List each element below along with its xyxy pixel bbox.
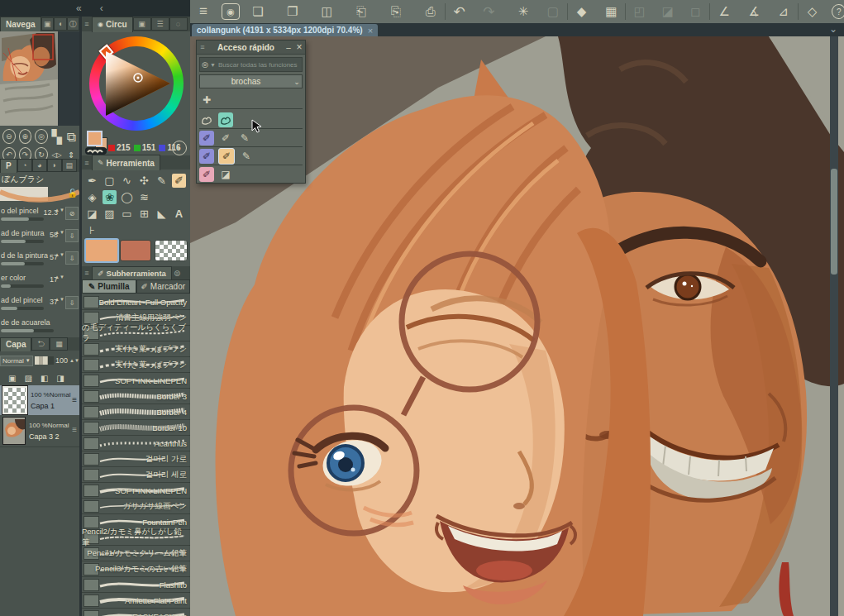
subtool-toggle-icon[interactable]: ⊜ <box>174 269 180 278</box>
collapse-left-icon[interactable]: « <box>76 2 82 14</box>
layer-row-capa-1[interactable]: 100 %Normal Capa 1 ≡ <box>0 385 79 415</box>
new-document-button[interactable]: ❏ <box>246 2 269 21</box>
function-search-input[interactable]: ◎ ▼ Buscar todas las funciones <box>199 57 303 72</box>
brush-tool[interactable]: ✎ <box>155 174 169 188</box>
tab-color-wheel[interactable]: ◉ Circu <box>92 17 133 32</box>
airbrush-tool[interactable]: ≋ <box>137 190 151 204</box>
param-paint-density[interactable]: d de la pintura 57 ▲▼ ⇩ <box>0 250 79 272</box>
param-blend-color[interactable]: er color 17 ▲▼ <box>0 272 79 294</box>
transparent-color-swatch[interactable] <box>155 240 188 261</box>
fill-button[interactable]: ◆ <box>570 2 594 21</box>
lock-icon[interactable]: 🔓 <box>68 189 78 198</box>
lasso-tool[interactable]: ∿ <box>120 174 134 188</box>
subtool-item[interactable]: Bold Lineart~Full Opacity <box>82 294 190 310</box>
subtool-item[interactable]: 実付き葉っぱブラシ <box>82 341 190 357</box>
save-page-icon-1[interactable]: ⎗ <box>350 2 373 21</box>
panel-handle-icon[interactable]: ≡ <box>82 20 92 28</box>
color-panel-tab-icon-2[interactable]: ☰ <box>151 17 169 31</box>
layers-tab-icon-2[interactable]: ▦ <box>50 337 68 351</box>
clip-studio-logo-icon[interactable]: ◉ <box>222 3 240 20</box>
fit-screen-button[interactable]: ◎ <box>35 129 48 144</box>
main-color-swatch[interactable] <box>84 238 119 263</box>
balloon-tool[interactable]: ◯ <box>120 190 134 204</box>
canvas-area[interactable]: ≡ Acceso rápido – × ◎ ▼ Buscar todas las… <box>190 36 844 616</box>
pen-plain-icon-2[interactable]: ✎ <box>237 131 252 146</box>
tool-property-tab-icon-4[interactable]: ▤ <box>62 159 77 172</box>
eraser-tool[interactable]: ◪ <box>85 207 99 221</box>
gradient-tool[interactable]: ▨ <box>103 207 117 221</box>
layers-tab-icon-1[interactable]: ⮌ <box>31 337 50 351</box>
pen-tool-selected[interactable]: ✐ <box>172 174 186 188</box>
subtool-item[interactable]: EASYEASYpen <box>82 609 190 616</box>
subtool-item[interactable]: Pencil2/カモミ鼻がしがし鉛筆 <box>82 530 190 546</box>
tab-layers[interactable]: Capa <box>0 337 31 351</box>
color-panel-tab-icon-1[interactable]: ▣ <box>133 17 151 31</box>
param-side-button[interactable]: ⇩ <box>65 251 79 265</box>
fill-tool[interactable]: ◈ <box>85 190 99 204</box>
zoom-out-button[interactable]: ⊖ <box>2 129 16 144</box>
panel-handle-icon[interactable]: ≡ <box>82 269 92 277</box>
tool-property-tab-icon-3[interactable]: ◗ <box>47 159 62 172</box>
tool-property-tab-icon-2[interactable]: ◕ <box>32 159 47 172</box>
zoom-in-button[interactable]: ⊕ <box>19 129 32 144</box>
param-spinner[interactable]: ▲▼ <box>55 208 64 212</box>
snap-ruler-button-1[interactable]: ∠ <box>713 2 736 21</box>
snap-ruler-button-3[interactable]: ⊿ <box>772 2 795 21</box>
tab-close-icon[interactable]: × <box>368 26 373 36</box>
export-button[interactable]: ⎙ <box>419 2 442 21</box>
sv-triangle[interactable] <box>99 46 174 121</box>
move-tool[interactable]: ✣ <box>137 174 151 188</box>
subtool-item[interactable]: の毛ディティールらくらくブラ <box>82 326 190 341</box>
param-brush-size[interactable]: o del pincel 12.3 ▲▼ ⊘ <box>0 205 79 227</box>
blend-brush-icon[interactable] <box>199 112 214 127</box>
reference-layer-icon[interactable]: ◨ <box>56 374 64 383</box>
navigator-tab-reference-icon[interactable]: ◖ <box>54 17 66 31</box>
layer-menu-icon[interactable]: ≡ <box>72 395 77 404</box>
subtool-item[interactable]: Border 10 <box>82 420 190 436</box>
lock-transparency-icon[interactable]: ▨ <box>24 374 31 383</box>
param-spinner[interactable]: ▲▼ <box>55 253 64 256</box>
navigator-thumbnail[interactable] <box>0 31 79 126</box>
subtool-item[interactable]: 겉머리 세로 <box>82 467 190 483</box>
scrollbar-thumb[interactable] <box>831 169 837 275</box>
subtool-item[interactable]: SOFT INK LINEPEN <box>82 483 190 499</box>
param-brush-density[interactable]: ad del pincel 37 ▲▼ ⇩ <box>0 294 79 317</box>
open-file-button[interactable]: ❐ <box>281 2 304 21</box>
search-chevron-icon[interactable]: ▼ <box>210 62 216 68</box>
color-settings-button[interactable]: ◐ <box>172 141 187 155</box>
frame-tool[interactable]: ▭ <box>120 207 134 221</box>
pen-selected-icon[interactable]: ✐ <box>218 148 235 165</box>
category-dropdown[interactable]: brochas ⌄ <box>199 74 303 88</box>
quick-access-panel[interactable]: ≡ Acceso rápido – × ◎ ▼ Buscar todas las… <box>196 40 306 184</box>
blend-mode-select[interactable]: Normal▼ <box>0 356 33 366</box>
subtool-item[interactable]: 겉머리 가로 <box>82 451 190 467</box>
material-button[interactable]: ◇ <box>801 2 824 21</box>
subtool-item[interactable]: SOFT INK LINEPEN <box>82 373 190 389</box>
frame-border-button[interactable]: ▦ <box>599 2 622 21</box>
tab-navigator[interactable]: Navega <box>0 17 41 32</box>
main-menu-button[interactable]: ≡ <box>192 2 215 21</box>
subtool-item[interactable]: Flashito <box>82 577 190 593</box>
param-spinner[interactable]: ▲▼ <box>55 298 64 301</box>
tab-marcador[interactable]: ✐ Marcador <box>136 279 191 294</box>
quick-access-titlebar[interactable]: ≡ Acceso rápido – × <box>197 41 305 55</box>
snap-ruler-button-2[interactable]: ∡ <box>742 2 765 21</box>
param-paint-amount[interactable]: ad de pintura 58 ▲▼ ⇩ <box>0 227 79 250</box>
tab-tool-property[interactable]: P <box>0 159 17 173</box>
navigator-tab-info-icon[interactable]: ⓘ <box>67 17 79 31</box>
subtool-item[interactable]: Acanthus <box>82 436 190 451</box>
lock-layer-icon[interactable]: ▣ <box>8 374 16 383</box>
collapse-right-icon[interactable]: ‹ <box>100 2 103 14</box>
foreground-color-swatch[interactable] <box>87 131 103 146</box>
subtool-item[interactable]: ガサガサ線画ペン <box>82 499 190 514</box>
sub-color-swatch[interactable] <box>120 240 151 261</box>
document-tab[interactable]: collangunk (4191 x 5334px 1200dpi 70.4%)… <box>192 24 378 36</box>
navigator-tab-image-icon[interactable]: ▣ <box>41 17 54 31</box>
subtool-item[interactable]: 実付き葉っぱブラシ <box>82 357 190 373</box>
opacity-slider[interactable] <box>35 356 54 365</box>
param-side-button[interactable]: ⇩ <box>65 296 79 309</box>
pen-pink-icon[interactable]: ✐ <box>199 167 214 182</box>
tab-plumilla[interactable]: ✎ Plumilla <box>82 279 136 294</box>
tool-property-tab-icon-1[interactable]: ◔ <box>17 159 32 172</box>
subtool-item[interactable]: Border 3 <box>82 389 190 404</box>
